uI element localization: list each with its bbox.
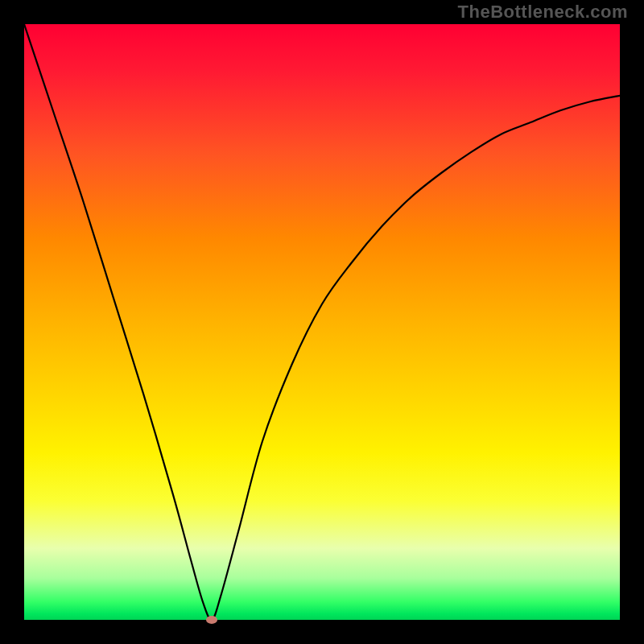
- watermark-text: TheBottleneck.com: [458, 2, 628, 23]
- plot-area: [24, 24, 620, 620]
- curve-svg: [24, 24, 620, 620]
- minimum-marker: [206, 616, 217, 624]
- bottleneck-curve: [24, 24, 620, 620]
- chart-container: TheBottleneck.com: [0, 0, 644, 644]
